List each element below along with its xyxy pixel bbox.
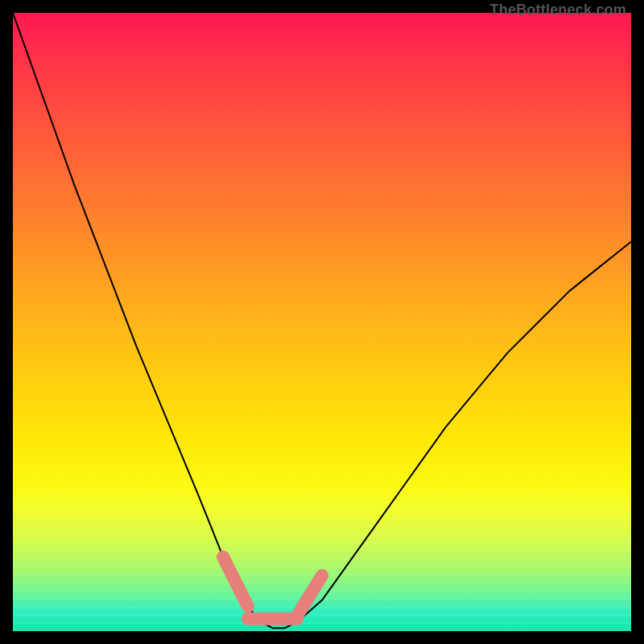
bottleneck-highlight-segments <box>223 557 322 619</box>
highlight-segment <box>297 576 322 616</box>
bottleneck-curve <box>13 13 631 628</box>
highlight-segment <box>223 557 248 606</box>
chart-frame: TheBottleneck.com <box>13 13 631 631</box>
bottleneck-plot <box>13 13 631 631</box>
